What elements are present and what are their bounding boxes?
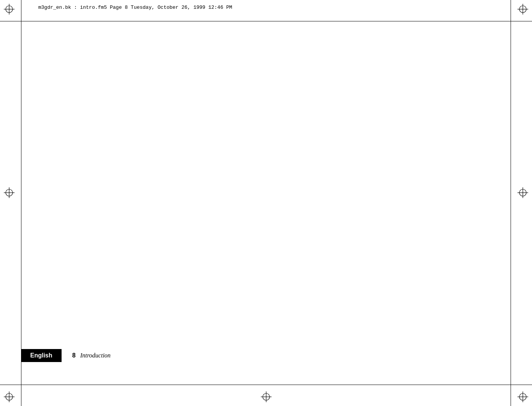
left-border <box>21 0 21 406</box>
header-line <box>21 21 511 21</box>
footer-content: English 8 Introduction <box>21 349 511 362</box>
language-badge: English <box>21 349 62 362</box>
reg-mark-top-left <box>4 4 15 15</box>
crop-mark-top-right-h <box>511 21 532 21</box>
reg-mark-middle-left <box>4 187 15 198</box>
crop-mark-top-left-h <box>0 21 21 21</box>
reg-mark-bottom-right <box>517 391 528 402</box>
page-container: m3gdr_en.bk : intro.fm5 Page 8 Tuesday, … <box>0 0 532 406</box>
page-number: 8 <box>72 352 76 359</box>
reg-mark-bottom-center <box>261 391 272 402</box>
crop-mark-bottom-left-h <box>0 385 21 385</box>
right-border <box>511 0 511 406</box>
reg-mark-middle-right <box>517 187 528 198</box>
page-title: Introduction <box>80 352 111 359</box>
reg-mark-top-right <box>517 4 528 15</box>
footer-line <box>21 385 511 385</box>
header-text: m3gdr_en.bk : intro.fm5 Page 8 Tuesday, … <box>38 5 232 10</box>
reg-mark-bottom-left <box>4 391 15 402</box>
crop-mark-bottom-right-h <box>511 385 532 385</box>
